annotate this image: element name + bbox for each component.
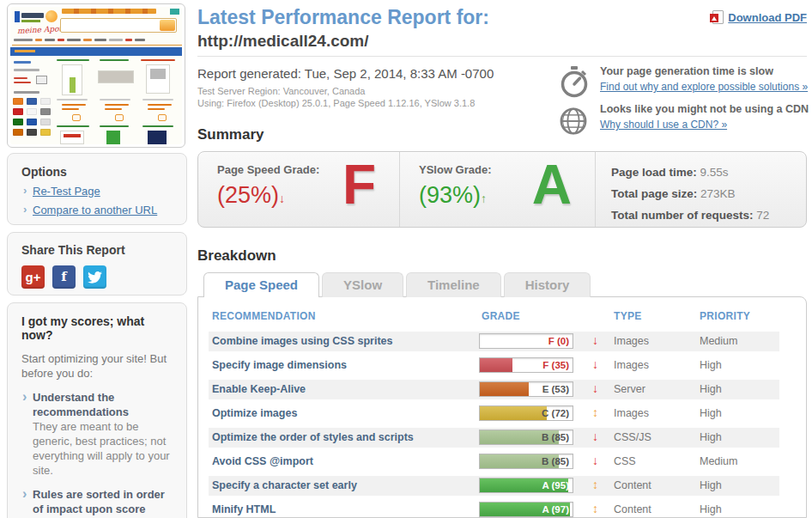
grade-bar: B (85) <box>479 430 573 445</box>
priority-cell: High <box>700 503 722 515</box>
page-speed-letter: F <box>342 147 376 223</box>
grade-bar-fill <box>480 406 547 420</box>
tab-page-speed[interactable]: Page Speed <box>203 272 319 297</box>
scores-help-item-text: They are meant to be generic, best pract… <box>33 419 173 478</box>
trend-arrow-icon: ↕ <box>592 405 598 419</box>
scores-help-card: I got my scores; what now? Start optimiz… <box>7 302 187 518</box>
col-type: TYPE <box>614 310 642 322</box>
type-cell: CSS <box>614 455 636 467</box>
browser-info: Using: Firefox (Desktop) 25.0.1, Page Sp… <box>197 98 475 108</box>
trend-arrow-icon: ↓ <box>592 357 598 371</box>
share-title: Share This Report <box>21 243 173 257</box>
compare-url-link[interactable]: Compare to another URL <box>21 204 173 216</box>
grade-bar: A (95) <box>479 478 573 493</box>
recommendations-panel: RECOMMENDATION GRADE TYPE PRIORITY Combi… <box>197 296 807 518</box>
recommendation-label[interactable]: Enable Keep-Alive <box>212 383 306 395</box>
tab-yslow[interactable]: YSlow <box>322 272 403 297</box>
recommendation-label[interactable]: Specify a character set early <box>212 479 357 491</box>
callout-cdn: Looks like you might not be using a CDN … <box>557 103 810 131</box>
grade-bar: C (72) <box>479 405 573 421</box>
priority-cell: Medium <box>700 335 737 347</box>
type-cell: Content <box>614 503 651 515</box>
page-speed-percent: (25%) <box>217 182 279 208</box>
site-thumbnail-image: meine Apotheke <box>10 7 182 144</box>
download-pdf-link[interactable]: Download PDF <box>728 11 807 24</box>
grade-label: A (95) <box>542 480 569 491</box>
type-cell: Images <box>614 359 649 371</box>
retest-page-link[interactable]: Re-Test Page <box>21 185 173 198</box>
table-row: Optimize the order of styles and scripts… <box>209 428 779 448</box>
scores-help-intro: Start optimizing your site! But before y… <box>21 351 173 381</box>
facebook-icon[interactable]: f <box>52 265 76 289</box>
scores-help-item-heading: Rules are sorted in order of impact upon… <box>33 487 173 516</box>
col-grade: GRADE <box>482 310 520 322</box>
summary-heading: Summary <box>197 126 264 143</box>
options-title: Options <box>21 165 173 179</box>
twitter-icon[interactable] <box>83 265 106 289</box>
site-thumbnail[interactable]: meine Apotheke <box>7 3 185 148</box>
table-row: Avoid CSS @importB (85)↓CSSMedium <box>209 452 779 472</box>
priority-cell: High <box>700 407 722 419</box>
options-card: Options Re-Test Page Compare to another … <box>7 153 187 225</box>
type-cell: CSS/JS <box>614 431 651 443</box>
recommendation-label[interactable]: Optimize images <box>212 407 297 419</box>
google-plus-icon[interactable]: g+ <box>21 265 45 289</box>
stat-page-size: Total page size: 273KB <box>611 183 806 204</box>
globe-icon <box>557 105 590 141</box>
recommendation-label[interactable]: Optimize the order of styles and scripts <box>212 431 414 443</box>
scores-help-title: I got my scores; what now? <box>21 314 173 342</box>
type-cell: Content <box>614 479 651 491</box>
grade-label: F (35) <box>542 360 569 370</box>
table-row: Combine images using CSS spritesF (0)↓Im… <box>209 332 779 351</box>
grade-bar-fill <box>480 358 512 372</box>
grade-label: B (85) <box>542 456 569 466</box>
callout-title: Looks like you might not be using a CDN <box>600 103 810 116</box>
recommendation-label[interactable]: Specify image dimensions <box>212 359 347 371</box>
breakdown-tabs: Page SpeedYSlowTimelineHistory <box>203 272 593 297</box>
breakdown-heading: Breakdown <box>197 247 276 265</box>
tab-history[interactable]: History <box>504 272 591 297</box>
stopwatch-icon <box>557 65 591 103</box>
scores-help-item: Understand the recommendations They are … <box>21 390 173 478</box>
report-generated: Report generated: Tue, Sep 2, 2014, 8:33… <box>197 66 494 81</box>
callout-link[interactable]: Find out why and explore possible soluti… <box>600 81 808 93</box>
trend-up-icon: ↑ <box>481 192 487 205</box>
recommendation-label[interactable]: Combine images using CSS sprites <box>212 335 392 347</box>
trend-arrow-icon: ↕ <box>592 478 598 491</box>
priority-cell: Medium <box>700 455 737 467</box>
grade-label: B (85) <box>542 432 569 442</box>
summary-stats-section: Page load time: 9.55s Total page size: 2… <box>595 152 806 227</box>
yslow-letter: A <box>532 147 572 223</box>
callout-link[interactable]: Why should I use a CDN? » <box>600 119 727 131</box>
callout-page-generation: Your page generation time is slow Find o… <box>557 65 810 94</box>
recommendation-label[interactable]: Minify HTML <box>212 503 276 515</box>
type-cell: Images <box>614 335 649 347</box>
report-url: http://medicall24.com/ <box>197 32 369 51</box>
type-cell: Server <box>614 383 645 395</box>
priority-cell: High <box>700 431 722 443</box>
scores-help-item: Rules are sorted in order of impact upon… <box>21 487 173 518</box>
table-row: Optimize imagesC (72)↕ImagesHigh <box>209 404 779 424</box>
table-header: RECOMMENDATION GRADE TYPE PRIORITY <box>198 310 806 324</box>
page-speed-grade-section: Page Speed Grade: (25%)↓ F <box>198 152 399 227</box>
priority-cell: High <box>700 359 722 371</box>
grade-label: C (72) <box>542 408 569 418</box>
summary-box: Page Speed Grade: (25%)↓ F YSlow Grade: … <box>197 151 807 228</box>
table-row: Minify HTMLA (97)↕ContentHigh <box>209 500 779 518</box>
table-row: Enable Keep-AliveE (53)↓ServerHigh <box>209 380 779 399</box>
col-recommendation: RECOMMENDATION <box>212 310 316 322</box>
trend-arrow-icon: ↓ <box>592 333 598 347</box>
grade-bar-fill <box>480 382 529 396</box>
type-cell: Images <box>614 407 649 419</box>
priority-cell: High <box>700 479 722 491</box>
trend-arrow-icon: ↓ <box>592 430 598 443</box>
yslow-percent: (93%) <box>419 182 481 208</box>
share-card: Share This Report g+ f <box>7 232 187 296</box>
tab-timeline[interactable]: Timeline <box>406 272 501 297</box>
grade-label: E (53) <box>542 384 569 394</box>
trend-arrow-icon: ↕ <box>592 502 598 515</box>
page-title: Latest Performance Report for: <box>197 6 489 29</box>
recommendation-label[interactable]: Avoid CSS @import <box>212 455 313 467</box>
recommendations-body: Combine images using CSS spritesF (0)↓Im… <box>209 332 779 518</box>
grade-bar: E (53) <box>479 381 573 397</box>
